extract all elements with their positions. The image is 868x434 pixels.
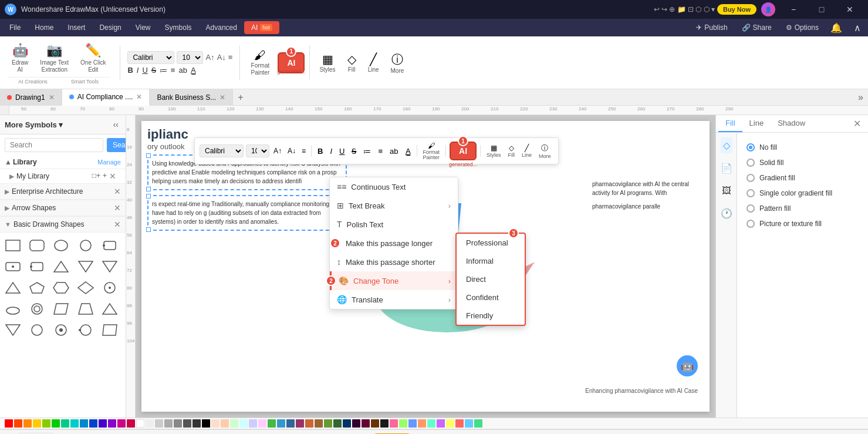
section-basic[interactable]: ▼ Basic Drawing Shapes ✕ — [0, 216, 126, 233]
strikethrough-button[interactable]: S̶ — [151, 66, 156, 75]
swatch-lime[interactable] — [399, 419, 407, 428]
manage-label[interactable]: Manage — [97, 159, 121, 166]
shape-circle3[interactable] — [28, 321, 46, 339]
fill-option-pattern[interactable]: Pattern fill — [744, 201, 861, 216]
shape-triangle2[interactable] — [76, 257, 95, 276]
bullet-list-button[interactable]: ≡ — [171, 66, 175, 75]
underline3-button[interactable]: A̲ — [191, 66, 196, 75]
swatch-light-cyan[interactable] — [239, 419, 248, 428]
underline-button[interactable]: U — [142, 66, 147, 75]
ct-direct[interactable]: Direct — [457, 270, 525, 288]
rp-icon-history[interactable]: 🕐 — [718, 206, 735, 221]
menu-home[interactable]: Home — [28, 21, 60, 34]
publish-button[interactable]: ✈ Publish — [691, 22, 732, 33]
rp-tab-line[interactable]: Line — [742, 115, 771, 132]
swatch-red[interactable] — [5, 419, 13, 428]
swatch-orange[interactable] — [23, 419, 32, 428]
tab-expand-button[interactable]: » — [853, 90, 868, 105]
swatch-navy[interactable] — [343, 419, 351, 428]
font-decrease-icon[interactable]: A↓ — [217, 53, 226, 62]
swatch-dark-brown[interactable] — [371, 419, 379, 428]
options-button[interactable]: ⚙ Options — [781, 22, 823, 33]
swatch-olive[interactable] — [324, 419, 332, 428]
fill-option-gradient[interactable]: Gradient fill — [744, 170, 861, 186]
font-increase-icon[interactable]: A↑ — [205, 53, 214, 62]
tab-close-drawing1[interactable]: ✕ — [49, 93, 55, 102]
ft-align-icon[interactable]: ≡ — [300, 146, 308, 156]
fill-button[interactable]: ◇ Fill — [343, 50, 361, 75]
swatch-green2[interactable] — [268, 419, 276, 428]
resize-handle-tl[interactable] — [146, 153, 151, 158]
shape-triangle[interactable] — [52, 257, 70, 276]
swatch-mint[interactable] — [230, 419, 238, 428]
swatch-salmon[interactable] — [418, 419, 426, 428]
ai-robot-icon[interactable]: 🤖 — [677, 355, 698, 376]
ai-menu-shorter[interactable]: ↕ Make this passage shorter 2 — [330, 253, 458, 271]
ft-underline2-button[interactable]: A̲ — [403, 146, 413, 157]
shape-circle[interactable] — [52, 236, 70, 255]
rp-icon-image[interactable]: 🖼 — [720, 183, 734, 199]
swatch-brown[interactable] — [305, 419, 313, 428]
resize-handle-bl[interactable] — [146, 187, 151, 191]
menu-insert[interactable]: Insert — [60, 21, 92, 34]
minimize-button[interactable]: − — [780, 0, 807, 19]
menu-symbols[interactable]: Symbols — [158, 21, 199, 34]
swatch-magenta[interactable] — [117, 419, 126, 428]
ai-menu-longer[interactable]: ↕ Make this passage longer — [330, 234, 458, 253]
swatch-yellow-green[interactable] — [42, 419, 50, 428]
ft-ab-button[interactable]: ab — [387, 146, 400, 157]
swatch-teal[interactable] — [61, 419, 69, 428]
swatch-emerald[interactable] — [474, 419, 482, 428]
menu-view[interactable]: View — [129, 21, 158, 34]
ft-size-up-icon[interactable]: A↑ — [272, 146, 283, 156]
font-family-select[interactable]: Calibri — [127, 51, 174, 64]
shape-trapezoid[interactable] — [76, 300, 95, 318]
shape-oval[interactable] — [4, 300, 22, 318]
swatch-lilac[interactable] — [258, 419, 266, 428]
menu-design[interactable]: Design — [92, 21, 128, 34]
ft-font-select[interactable]: Calibri — [200, 144, 244, 157]
swatch-white[interactable] — [136, 419, 144, 428]
library-expand-icon[interactable]: ▲ — [5, 158, 12, 166]
swatch-coral[interactable] — [455, 419, 464, 428]
swatch-charcoal[interactable] — [192, 419, 201, 428]
close-button[interactable]: ✕ — [836, 0, 863, 19]
ft-fill-button[interactable]: ◇ Fill — [506, 143, 518, 159]
ct-confident[interactable]: Confident — [457, 288, 525, 307]
shape-diamond3[interactable] — [76, 278, 95, 297]
section-enterprise-close[interactable]: ✕ — [114, 187, 121, 196]
ai-menu-polish-text[interactable]: T Polish Text — [330, 215, 458, 234]
swatch-skin[interactable] — [221, 419, 229, 428]
ct-friendly[interactable]: Friendly — [457, 307, 525, 325]
avatar[interactable]: 👤 — [761, 2, 775, 16]
swatch-dark-blue[interactable] — [89, 419, 97, 428]
my-library-row[interactable]: ▶ My Library □+ + ✕ — [0, 169, 126, 183]
shape-triangle5[interactable] — [100, 300, 119, 318]
swatch-gray[interactable] — [155, 419, 163, 428]
panel-collapse-arrow[interactable]: ‹‹ — [111, 119, 121, 130]
tab-close-ai[interactable]: ✕ — [136, 93, 142, 101]
section-arrows-close[interactable]: ✕ — [114, 203, 121, 213]
line-button[interactable]: ╱ Line — [363, 50, 384, 75]
swatch-medium-gray[interactable] — [164, 419, 173, 428]
ft-bullet-button[interactable]: ≡ — [376, 146, 385, 157]
swatch-hot-pink[interactable] — [390, 419, 398, 428]
shape-diamond2[interactable] — [28, 257, 46, 276]
underline2-button[interactable]: ab — [178, 66, 187, 75]
rp-close-button[interactable]: ✕ — [849, 116, 866, 132]
resize-handle-2-tl[interactable] — [146, 194, 151, 199]
align-icon[interactable]: ≡ — [228, 53, 233, 62]
edraw-ai-button[interactable]: 🤖 EdrawAI — [7, 41, 33, 76]
tab-bank-business[interactable]: Bank Business S... ✕ — [150, 89, 233, 106]
swatch-lavender[interactable] — [249, 419, 257, 428]
swatch-cyan[interactable] — [70, 419, 79, 428]
shape-diamond-rounded[interactable] — [100, 236, 119, 255]
swatch-near-black[interactable] — [380, 419, 389, 428]
swatch-purple[interactable] — [99, 419, 107, 428]
styles-button[interactable]: ▦ Styles — [315, 50, 340, 75]
fill-option-solid[interactable]: Solid fill — [744, 155, 861, 170]
swatch-peach[interactable] — [211, 419, 219, 428]
ft-underline-button[interactable]: U — [337, 146, 347, 157]
ft-bold-button[interactable]: B — [315, 146, 325, 157]
rp-icon-page[interactable]: 📄 — [718, 160, 735, 176]
